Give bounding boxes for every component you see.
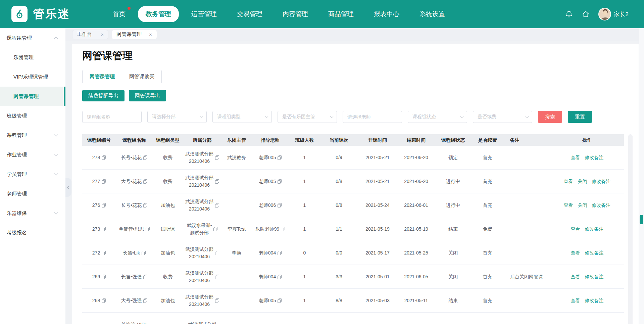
sidebar-item-2[interactable]: 班级管理: [0, 106, 65, 126]
cell-branch: 武汉测试分部 20210406: [183, 241, 221, 265]
copy-icon[interactable]: [146, 227, 150, 231]
cell-teacher: 老师004: [252, 241, 289, 265]
view-link[interactable]: 查看: [571, 249, 580, 257]
renewal-reminder-export-button[interactable]: 续费提醒导出: [82, 90, 125, 101]
edit-remark-link[interactable]: 修改备注: [592, 178, 611, 185]
edit-remark-link[interactable]: 修改备注: [585, 154, 604, 161]
sidebar-item-4[interactable]: 作业管理: [0, 145, 65, 165]
page-tab-1[interactable]: 网管课管理: [83, 70, 122, 83]
copy-icon[interactable]: [281, 227, 285, 231]
bell-icon[interactable]: [565, 10, 574, 18]
tab-close-icon[interactable]: ×: [149, 32, 152, 37]
copy-icon[interactable]: [102, 275, 106, 279]
view-link[interactable]: 查看: [571, 273, 580, 280]
cell-content: 2021-05-17: [365, 249, 390, 257]
cell-content: 0/0: [336, 249, 342, 257]
edit-remark-link[interactable]: 修改备注: [592, 201, 611, 209]
view-link[interactable]: 查看: [564, 178, 573, 185]
sidebar-item-7[interactable]: 乐器维保: [0, 203, 65, 223]
sidebar-item-3[interactable]: 课程管理: [0, 126, 65, 145]
copy-icon[interactable]: [102, 203, 106, 207]
renewal-select[interactable]: 是否续费: [473, 111, 532, 123]
sidebar-collapse-handle[interactable]: [65, 178, 71, 197]
edit-remark-link[interactable]: 修改备注: [585, 249, 604, 257]
view-link[interactable]: 查看: [571, 225, 580, 233]
search-button[interactable]: 搜索: [538, 111, 562, 123]
copy-icon[interactable]: [278, 251, 282, 255]
edit-remark-link[interactable]: 修改备注: [585, 297, 604, 304]
copy-icon[interactable]: [143, 275, 147, 279]
copy-icon[interactable]: [215, 155, 219, 160]
copy-icon[interactable]: [102, 298, 106, 303]
view-link[interactable]: 查看: [571, 297, 580, 304]
copy-icon[interactable]: [213, 227, 217, 231]
online-course-export-button[interactable]: 网管课导出: [129, 90, 166, 101]
topnav-item-3[interactable]: 运营管理: [184, 6, 225, 22]
edit-remark-link[interactable]: 修改备注: [585, 273, 604, 280]
sidebar-subitem-1-1[interactable]: 乐团管理: [0, 48, 65, 67]
copy-icon[interactable]: [102, 251, 106, 255]
sidebar-subitem-1-3[interactable]: 网管课管理: [0, 87, 65, 106]
copy-icon[interactable]: [215, 275, 219, 279]
course-group-status-select[interactable]: 课程组状态: [408, 111, 467, 123]
cell-content: 268: [92, 297, 106, 304]
copy-icon[interactable]: [143, 203, 147, 207]
cell-type: [153, 313, 183, 324]
copy-icon[interactable]: [278, 179, 282, 184]
has-band-leader-select[interactable]: 是否有乐团主管: [278, 111, 337, 123]
copy-icon[interactable]: [215, 251, 219, 255]
copy-icon[interactable]: [102, 155, 106, 160]
copy-icon[interactable]: [143, 179, 147, 184]
view-link[interactable]: 查看: [571, 154, 580, 161]
topnav-item-6[interactable]: 商品管理: [320, 6, 361, 22]
copy-icon[interactable]: [278, 155, 282, 160]
topnav-item-7[interactable]: 报表中心: [366, 6, 407, 22]
cell-text: 2021-05-17: [365, 249, 390, 257]
cell-text: 大号•花花: [121, 178, 142, 185]
copy-icon[interactable]: [215, 203, 219, 207]
sidebar-item-1[interactable]: 课程组管理: [0, 28, 65, 48]
copy-icon[interactable]: [102, 179, 106, 184]
topnav-item-8[interactable]: 系统设置: [412, 6, 453, 22]
copy-icon[interactable]: [143, 155, 147, 160]
branch-select[interactable]: 请选择分部: [147, 111, 207, 123]
copy-icon[interactable]: [142, 251, 146, 255]
topnav-item-2[interactable]: 教务管理: [138, 6, 179, 22]
tab-close-icon[interactable]: ×: [101, 32, 104, 37]
sidebar-item-6[interactable]: 老师管理: [0, 184, 65, 203]
sidebar-item-5[interactable]: 学员管理: [0, 165, 65, 184]
copy-icon[interactable]: [278, 275, 282, 279]
reset-button[interactable]: 重置: [568, 111, 592, 123]
cell-leader: 李霞Test: [221, 217, 252, 241]
chevron-down-icon: [54, 211, 58, 214]
sidebar-item-8[interactable]: 考级报名: [0, 223, 65, 242]
page-tab-2[interactable]: 网管课购买: [122, 70, 161, 83]
copy-icon[interactable]: [215, 179, 219, 184]
topnav-item-1[interactable]: 首页: [105, 6, 133, 22]
teacher-input[interactable]: [343, 111, 402, 123]
edit-remark-link[interactable]: 修改备注: [585, 225, 604, 233]
table-scrollbar[interactable]: [628, 134, 633, 324]
copy-icon[interactable]: [278, 298, 282, 303]
course-group-type-select[interactable]: 课程组类型: [212, 111, 272, 123]
column-header: 课程组类型: [153, 134, 183, 146]
user-menu[interactable]: 家长2: [598, 8, 629, 20]
close-link[interactable]: 关闭: [578, 201, 587, 209]
page-scrollbar-thumb[interactable]: [640, 215, 643, 224]
close-link[interactable]: 关闭: [578, 178, 587, 185]
copy-icon[interactable]: [143, 298, 147, 303]
copy-icon[interactable]: [215, 298, 219, 303]
view-tab-2[interactable]: 网管课管理×: [112, 30, 157, 39]
copy-icon[interactable]: [278, 203, 282, 207]
copy-icon[interactable]: [102, 227, 106, 231]
view-link[interactable]: 查看: [564, 201, 573, 209]
home-icon[interactable]: [582, 10, 590, 18]
page-scrollbar[interactable]: [639, 28, 644, 324]
course-group-name-input[interactable]: [82, 111, 142, 123]
topnav-item-4[interactable]: 交易管理: [229, 6, 270, 22]
cell-leader: [221, 265, 252, 288]
topnav-item-5[interactable]: 内容管理: [275, 6, 316, 22]
top-nav-menu: 首页教务管理运营管理交易管理内容管理商品管理报表中心系统设置: [105, 6, 453, 22]
view-tab-1[interactable]: 工作台×: [72, 30, 108, 39]
sidebar-subitem-1-2[interactable]: VIP/乐理课管理: [0, 67, 65, 87]
